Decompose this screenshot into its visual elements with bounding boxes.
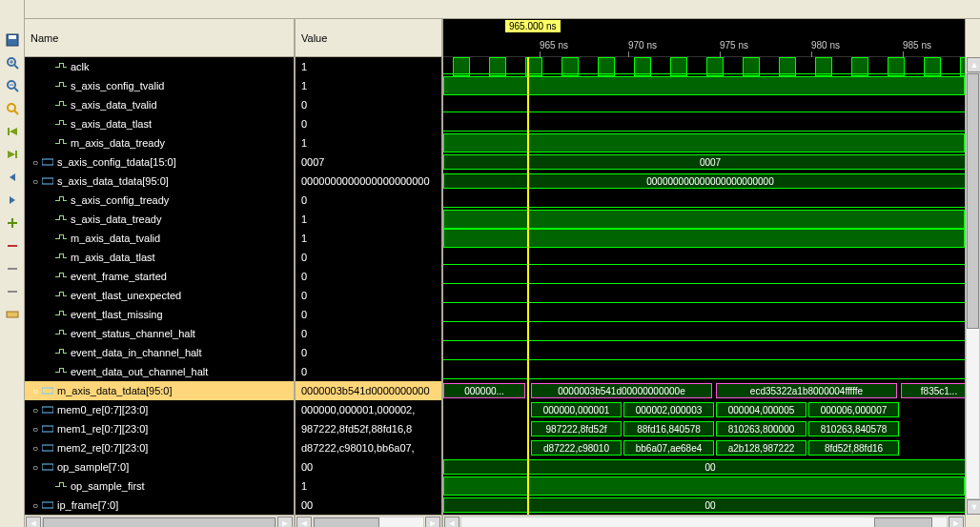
signal-icon bbox=[55, 329, 67, 338]
wave-row[interactable] bbox=[443, 210, 965, 229]
cursor-line[interactable] bbox=[527, 57, 529, 515]
wave-row[interactable]: 000000,000001000002,000003000004,0000050… bbox=[443, 400, 965, 419]
wave-row[interactable]: 00 bbox=[443, 496, 965, 515]
add-marker-icon[interactable] bbox=[2, 213, 23, 233]
signal-value: 0 bbox=[296, 286, 441, 305]
zoom-fit-icon[interactable] bbox=[2, 98, 23, 119]
bus-segment: f835c1... bbox=[901, 383, 965, 398]
svg-rect-55 bbox=[63, 219, 67, 220]
svg-rect-81 bbox=[55, 334, 59, 334]
expand-toggle[interactable]: ○ bbox=[29, 157, 42, 168]
wave-row[interactable] bbox=[443, 191, 965, 210]
wave-row[interactable]: d87222,c98010bb6a07,ae68e4a2b128,9872228… bbox=[443, 438, 965, 457]
signal-name: event_tlast_unexpected bbox=[71, 290, 181, 301]
value-hscroll[interactable]: ◄► bbox=[296, 515, 441, 527]
remove-marker-icon[interactable] bbox=[2, 235, 23, 256]
signal-name-row[interactable]: s_axis_data_tvalid bbox=[25, 95, 294, 114]
signal-name-row[interactable]: ○s_axis_config_tdata[15:0] bbox=[25, 152, 294, 172]
signal-icon bbox=[55, 81, 67, 91]
prev-edge-icon[interactable] bbox=[2, 121, 23, 142]
svg-rect-11 bbox=[8, 128, 10, 135]
waveform-canvas[interactable]: 0007000000000000000000000000000000...000… bbox=[443, 57, 965, 515]
signal-name-row[interactable]: event_frame_started bbox=[25, 267, 294, 286]
bus-segment: a2b128,987222 bbox=[716, 440, 806, 456]
wave-row[interactable]: 000000...0000003b541d00000000000eecd3532… bbox=[443, 381, 965, 400]
wave-row[interactable]: 00 bbox=[443, 457, 965, 476]
goto-end-icon[interactable] bbox=[2, 281, 23, 302]
wave-row[interactable] bbox=[443, 267, 965, 286]
signal-name-row[interactable]: ○mem2_re[0:7][23:0] bbox=[25, 438, 294, 457]
expand-toggle[interactable]: ○ bbox=[29, 386, 42, 396]
signal-name-row[interactable]: event_data_in_channel_halt bbox=[25, 343, 294, 362]
bus-segment: 000004,000005 bbox=[716, 402, 806, 417]
svg-rect-105 bbox=[63, 486, 67, 487]
wave-row[interactable] bbox=[443, 362, 965, 381]
signal-name-row[interactable]: event_tlast_unexpected bbox=[25, 286, 294, 305]
bus-segment: 000002,000003 bbox=[623, 402, 714, 417]
zoom-out-icon[interactable] bbox=[2, 75, 23, 96]
signal-name-row[interactable]: op_sample_first bbox=[25, 476, 294, 496]
ruler-icon[interactable] bbox=[2, 304, 23, 325]
signal-name-row[interactable]: aclk bbox=[25, 57, 294, 76]
signal-name-row[interactable]: m_axis_data_tready bbox=[25, 133, 294, 152]
bus-icon bbox=[42, 386, 53, 395]
wave-row[interactable] bbox=[443, 76, 965, 95]
expand-toggle[interactable]: ○ bbox=[29, 500, 42, 511]
wave-row[interactable] bbox=[443, 305, 965, 324]
step-fwd-icon[interactable] bbox=[2, 190, 23, 211]
vertical-scrollbar[interactable]: ▲ ▼ bbox=[965, 19, 980, 527]
next-edge-icon[interactable] bbox=[2, 144, 23, 165]
wave-row[interactable]: 987222,8fd52f88fd16,840578810263,8000008… bbox=[443, 419, 965, 438]
signal-name-row[interactable]: event_status_channel_halt bbox=[25, 324, 294, 343]
signal-name-row[interactable]: s_axis_config_tvalid bbox=[25, 76, 294, 95]
signal-name-row[interactable]: event_data_out_channel_halt bbox=[25, 362, 294, 381]
signal-name-row[interactable]: s_axis_config_tready bbox=[25, 191, 294, 210]
wave-row[interactable] bbox=[443, 476, 965, 496]
wave-row[interactable] bbox=[443, 57, 965, 76]
signal-name-row[interactable]: ○s_axis_data_tdata[95:0] bbox=[25, 172, 294, 191]
goto-start-icon[interactable] bbox=[2, 258, 23, 279]
signal-name-row[interactable]: ○m_axis_data_tdata[95:0] bbox=[25, 381, 294, 400]
wave-hscroll[interactable]: ◄► bbox=[443, 515, 965, 527]
signal-value: d87222,c98010,bb6a07, bbox=[296, 438, 441, 457]
signal-value: 000000,000001,000002, bbox=[296, 400, 441, 419]
expand-toggle[interactable]: ○ bbox=[29, 176, 42, 187]
signal-name-row[interactable]: m_axis_data_tlast bbox=[25, 248, 294, 267]
wave-row[interactable] bbox=[443, 133, 965, 152]
wave-row[interactable] bbox=[443, 324, 965, 343]
step-back-icon[interactable] bbox=[2, 167, 23, 188]
signal-name-row[interactable]: s_axis_data_tready bbox=[25, 210, 294, 229]
expand-toggle[interactable]: ○ bbox=[29, 443, 42, 454]
signal-name-row[interactable]: ○ip_frame[7:0] bbox=[25, 496, 294, 515]
signal-name: s_axis_data_tlast bbox=[71, 118, 152, 130]
save-icon[interactable] bbox=[2, 30, 23, 51]
wave-row[interactable] bbox=[443, 343, 965, 362]
signal-name-row[interactable]: event_tlast_missing bbox=[25, 305, 294, 324]
expand-toggle[interactable]: ○ bbox=[29, 424, 42, 435]
expand-toggle[interactable]: ○ bbox=[29, 462, 42, 473]
signal-name-row[interactable]: ○mem0_re[0:7][23:0] bbox=[25, 400, 294, 419]
expand-toggle[interactable]: ○ bbox=[29, 405, 42, 416]
wave-row[interactable] bbox=[443, 248, 965, 267]
svg-rect-51 bbox=[55, 219, 59, 220]
signal-name-row[interactable]: ○mem1_re[0:7][23:0] bbox=[25, 419, 294, 438]
wave-row[interactable] bbox=[443, 286, 965, 305]
signal-name-row[interactable]: m_axis_data_tvalid bbox=[25, 229, 294, 248]
wave-row[interactable]: 0007 bbox=[443, 152, 965, 172]
time-ruler[interactable]: 965.000 ns 965 ns970 ns975 ns980 ns985 n… bbox=[443, 19, 965, 57]
wave-row[interactable] bbox=[443, 95, 965, 114]
svg-rect-68 bbox=[59, 273, 63, 274]
svg-rect-100 bbox=[42, 464, 53, 470]
wave-row[interactable] bbox=[443, 229, 965, 248]
name-header[interactable]: Name bbox=[25, 19, 294, 57]
wave-row[interactable] bbox=[443, 114, 965, 133]
signal-name-row[interactable]: s_axis_data_tlast bbox=[25, 114, 294, 133]
bus-segment: 00 bbox=[443, 497, 965, 513]
zoom-in-icon[interactable] bbox=[2, 52, 23, 73]
signal-name-row[interactable]: ○op_sample[7:0] bbox=[25, 457, 294, 476]
name-hscroll[interactable]: ◄► bbox=[25, 515, 294, 527]
svg-rect-31 bbox=[59, 101, 63, 102]
value-header[interactable]: Value bbox=[296, 19, 441, 57]
wave-row[interactable]: 000000000000000000000000 bbox=[443, 172, 965, 191]
signal-value: 0 bbox=[296, 362, 441, 381]
